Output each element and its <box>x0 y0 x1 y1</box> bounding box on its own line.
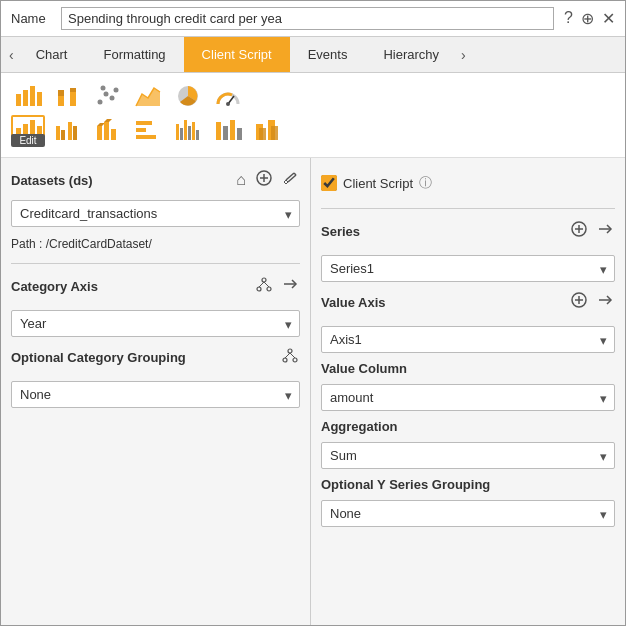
chart-icon-pie[interactable] <box>171 81 205 111</box>
svg-rect-29 <box>111 129 116 140</box>
tab-hierarchy[interactable]: Hierarchy <box>365 37 457 72</box>
aggregation-select[interactable]: Sum Count Average Min Max <box>321 442 615 469</box>
svg-rect-5 <box>58 90 64 96</box>
value-axis-arrow-btn[interactable] <box>595 290 615 314</box>
title-icons: ? ⊕ ✕ <box>564 9 615 28</box>
chart-icon-grouped-bar[interactable] <box>51 115 85 145</box>
svg-rect-37 <box>192 122 195 140</box>
dataset-select[interactable]: Creditcard_transactions <box>11 200 300 227</box>
chart-icon-multi-bar[interactable] <box>171 115 205 145</box>
series-add-btn[interactable] <box>569 219 589 243</box>
title-input[interactable] <box>61 7 554 30</box>
client-script-row: Client Script ⓘ <box>321 168 615 198</box>
tab-events[interactable]: Events <box>290 37 366 72</box>
tab-prev-arrow[interactable]: ‹ <box>5 39 18 71</box>
value-axis-select-wrapper: Axis1 Axis2 <box>321 326 615 353</box>
svg-rect-6 <box>70 92 76 106</box>
svg-rect-27 <box>104 122 109 140</box>
svg-rect-39 <box>216 122 221 140</box>
aggregation-label: Aggregation <box>321 419 615 434</box>
tab-formatting[interactable]: Formatting <box>85 37 183 72</box>
client-script-checkbox[interactable] <box>321 175 337 191</box>
chart-icon-3d-bar[interactable] <box>91 115 125 145</box>
chart-icon-overlap-bar[interactable] <box>251 115 285 145</box>
value-column-select[interactable]: amount merchant_id card_number <box>321 384 615 411</box>
svg-point-9 <box>104 92 109 97</box>
chart-icon-gauge[interactable] <box>211 81 245 111</box>
category-axis-arrow-btn[interactable] <box>280 274 300 298</box>
series-arrow-btn[interactable] <box>595 219 615 243</box>
svg-rect-7 <box>70 88 76 92</box>
svg-line-57 <box>264 282 269 287</box>
datasets-edit-btn[interactable] <box>280 168 300 192</box>
category-axis-icons <box>254 274 300 298</box>
value-column-label: Value Column <box>321 361 615 376</box>
edit-badge: Edit <box>11 134 45 147</box>
svg-rect-3 <box>37 92 42 106</box>
datasets-row: Datasets (ds) ⌂ <box>11 168 300 192</box>
chart-icon-side-bar[interactable] <box>211 115 245 145</box>
tab-chart[interactable]: Chart <box>18 37 86 72</box>
svg-rect-21 <box>56 126 60 140</box>
dataset-select-wrapper: Creditcard_transactions <box>11 200 300 227</box>
svg-rect-1 <box>23 90 28 106</box>
optional-category-select[interactable]: None Quarter Month <box>11 381 300 408</box>
svg-rect-0 <box>16 94 21 106</box>
client-script-info-icon[interactable]: ⓘ <box>419 174 432 192</box>
chart-icon-bar-simple[interactable] <box>11 81 45 111</box>
right-panel: Client Script ⓘ Series <box>311 158 625 625</box>
value-column-select-wrapper: amount merchant_id card_number <box>321 384 615 411</box>
svg-line-52 <box>294 173 296 175</box>
svg-point-61 <box>293 358 297 362</box>
svg-point-16 <box>226 102 230 106</box>
category-axis-label: Category Axis <box>11 279 98 294</box>
chart-icon-stacked-bar[interactable] <box>51 81 85 111</box>
divider-1 <box>11 263 300 264</box>
category-axis-header: Category Axis <box>11 274 300 298</box>
chart-icon-horizontal-bar[interactable] <box>131 115 165 145</box>
tab-next-arrow[interactable]: › <box>457 39 470 71</box>
value-axis-label: Value Axis <box>321 295 386 310</box>
datasets-label: Datasets (ds) <box>11 173 93 188</box>
datasets-add-btn[interactable] <box>254 168 274 192</box>
path-row: Path : /CreditCardDataset/ <box>11 235 300 253</box>
chart-icon-scatter[interactable] <box>91 81 125 111</box>
svg-rect-32 <box>136 135 156 139</box>
optional-category-network-btn[interactable] <box>280 345 300 369</box>
svg-point-59 <box>288 349 292 353</box>
client-script-label: Client Script <box>343 176 413 191</box>
svg-point-10 <box>110 96 115 101</box>
tab-client-script[interactable]: Client Script <box>184 37 290 72</box>
svg-rect-31 <box>136 128 146 132</box>
window: Name ? ⊕ ✕ ‹ Chart Formatting Client Scr… <box>0 0 626 626</box>
svg-rect-44 <box>259 128 266 140</box>
help-icon[interactable]: ? <box>564 9 573 28</box>
optional-y-series-select[interactable]: None Month Quarter <box>321 500 615 527</box>
category-axis-select[interactable]: Year Month Day <box>11 310 300 337</box>
svg-rect-22 <box>61 130 65 140</box>
move-icon[interactable]: ⊕ <box>581 9 594 28</box>
datasets-icon-group: ⌂ <box>234 168 300 192</box>
series-select[interactable]: Series1 Series2 <box>321 255 615 282</box>
value-axis-icons <box>569 290 615 314</box>
category-axis-network-btn[interactable] <box>254 274 274 298</box>
close-icon[interactable]: ✕ <box>602 9 615 28</box>
svg-rect-42 <box>237 128 242 140</box>
chart-icon-area[interactable] <box>131 81 165 111</box>
datasets-home-btn[interactable]: ⌂ <box>234 169 248 191</box>
svg-rect-35 <box>184 120 187 140</box>
value-axis-select[interactable]: Axis1 Axis2 <box>321 326 615 353</box>
chart-icon-row-2: Edit <box>11 115 615 145</box>
optional-y-series-select-wrapper: None Month Quarter <box>321 500 615 527</box>
svg-line-62 <box>285 353 290 358</box>
optional-category-header: Optional Category Grouping <box>11 345 300 369</box>
svg-marker-28 <box>104 119 112 122</box>
series-select-wrapper: Series1 Series2 <box>321 255 615 282</box>
value-axis-add-btn[interactable] <box>569 290 589 314</box>
svg-rect-38 <box>196 130 199 140</box>
right-divider-1 <box>321 208 615 209</box>
svg-rect-34 <box>180 128 183 140</box>
svg-point-55 <box>267 287 271 291</box>
name-label: Name <box>11 11 51 26</box>
svg-rect-25 <box>97 126 102 140</box>
